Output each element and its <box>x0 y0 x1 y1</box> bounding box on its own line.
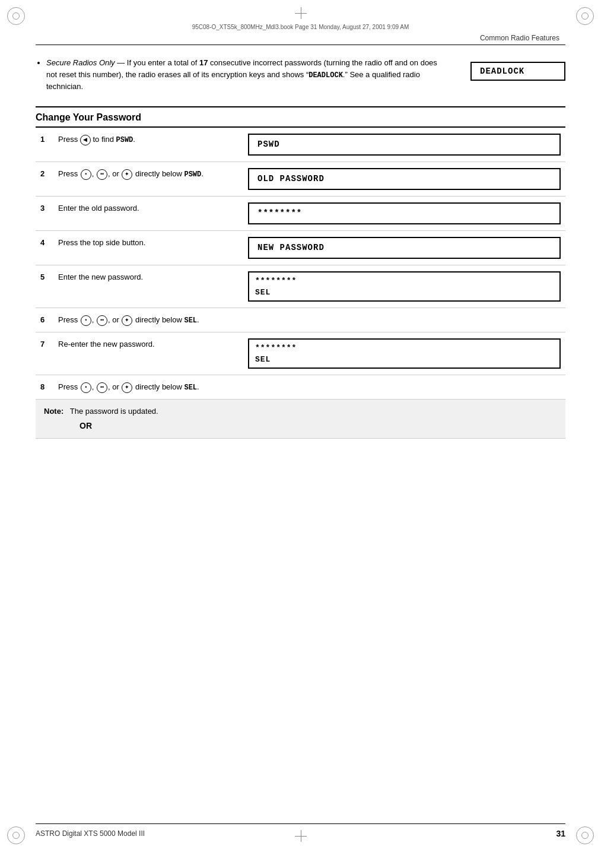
step-row-4: 4 Press the top side button. NEW PASSWOR… <box>36 231 565 265</box>
bullet-text-block: Secure Radios Only — If you enter a tota… <box>36 57 441 94</box>
step-row-7: 7 Re-enter the new password. ******** SE… <box>36 332 565 375</box>
bullet-bold-17: 17 <box>199 58 208 67</box>
note-cell: Note: The password is updated. OR <box>36 400 565 439</box>
corner-mark-br <box>576 826 594 844</box>
button-dot-8: • <box>81 382 91 393</box>
step-num-3: 3 <box>36 197 53 231</box>
step-desc-2: Press •, ••, or ✦ directly below PSWD. <box>53 162 243 197</box>
bullet-item: Secure Radios Only — If you enter a tota… <box>46 57 441 92</box>
step-display-6 <box>243 308 565 332</box>
step-desc-6: Press •, ••, or ✦ directly below SEL. <box>53 308 243 332</box>
button-dotdot-8: •• <box>97 382 107 393</box>
file-info: 95C08-O_XTS5k_800MHz_Mdl3.book Page 31 M… <box>36 24 565 30</box>
secure-radios-label: Secure Radios Only <box>46 58 115 67</box>
step-desc-7: Re-enter the new password. <box>53 332 243 375</box>
step-display-8 <box>243 375 565 400</box>
display-line1-7: ******** <box>255 342 554 354</box>
display-asterisks-sel-5: ******** SEL <box>248 271 561 302</box>
button-dotdot-2: •• <box>97 169 107 180</box>
steps-table: 1 Press ◀ to find PSWD. PSWD 2 Press •, … <box>36 128 565 439</box>
step-num-1: 1 <box>36 128 53 162</box>
button-person-2: ✦ <box>122 169 132 180</box>
display-line2-7: SEL <box>255 354 554 366</box>
step-display-2: OLD PASSWORD <box>243 162 565 197</box>
step-display-5: ******** SEL <box>243 265 565 308</box>
step-desc-8: Press •, ••, or ✦ directly below SEL. <box>53 375 243 400</box>
display-old-password: OLD PASSWORD <box>248 168 561 190</box>
display-asterisks-sel-7: ******** SEL <box>248 338 561 369</box>
section-title-text: Common Radio Features <box>480 34 559 42</box>
top-rule <box>36 45 565 45</box>
step-desc-4: Press the top side button. <box>53 231 243 265</box>
bullet-text-1: If you enter a total of <box>127 58 199 67</box>
section-title: Common Radio Features <box>36 34 565 42</box>
page: 95C08-O_XTS5k_800MHz_Mdl3.book Page 31 M… <box>0 0 601 868</box>
step-desc-5: Enter the new password. <box>53 265 243 308</box>
crosshair-top-center <box>295 7 307 19</box>
button-dotdot-6: •• <box>97 315 107 326</box>
pswd-label-1: PSWD <box>116 136 133 144</box>
step-desc-1: Press ◀ to find PSWD. <box>53 128 243 162</box>
footer-left: ASTRO Digital XTS 5000 Model III <box>36 829 145 838</box>
step-row-8: 8 Press •, ••, or ✦ directly below SEL. <box>36 375 565 400</box>
sel-label-8: SEL <box>184 384 197 392</box>
button-person-8: ✦ <box>122 382 132 393</box>
display-line2-5: SEL <box>255 287 554 299</box>
step-num-4: 4 <box>36 231 53 265</box>
step-display-1: PSWD <box>243 128 565 162</box>
step-num-7: 7 <box>36 332 53 375</box>
note-row: Note: The password is updated. OR <box>36 400 565 439</box>
step-num-6: 6 <box>36 308 53 332</box>
step-row-5: 5 Enter the new password. ******** SEL <box>36 265 565 308</box>
section-divider <box>36 106 565 107</box>
step-row-3: 3 Enter the old password. ******** <box>36 197 565 231</box>
deadlock-display: DEADLOCK <box>470 62 565 81</box>
step-display-7: ******** SEL <box>243 332 565 375</box>
step-num-8: 8 <box>36 375 53 400</box>
footer-page-number: 31 <box>556 829 565 838</box>
button-person-6: ✦ <box>122 315 132 326</box>
step-row-1: 1 Press ◀ to find PSWD. PSWD <box>36 128 565 162</box>
display-pswd: PSWD <box>248 134 561 156</box>
button-dot-6: • <box>81 315 91 326</box>
or-text: OR <box>44 420 557 432</box>
deadlock-inline: DEADLOCK <box>309 71 343 80</box>
display-new-password: NEW PASSWORD <box>248 237 561 259</box>
step-desc-3: Enter the old password. <box>53 197 243 231</box>
bullet-dash: — <box>115 58 127 67</box>
pswd-label-2: PSWD <box>184 170 201 179</box>
button-dot-2: • <box>81 169 91 180</box>
step-num-2: 2 <box>36 162 53 197</box>
corner-mark-tr <box>576 7 594 25</box>
note-label: Note: <box>44 407 63 416</box>
corner-mark-tl <box>7 7 25 25</box>
content: Secure Radios Only — If you enter a tota… <box>36 57 565 439</box>
step-num-5: 5 <box>36 265 53 308</box>
step-row-2: 2 Press •, ••, or ✦ directly below PSWD.… <box>36 162 565 197</box>
note-text: The password is updated. <box>66 407 158 416</box>
step-display-3: ******** <box>243 197 565 231</box>
nav-dial-icon: ◀ <box>80 135 91 145</box>
step-row-6: 6 Press •, ••, or ✦ directly below SEL. <box>36 308 565 332</box>
footer: ASTRO Digital XTS 5000 Model III 31 <box>36 823 565 838</box>
display-asterisks-3: ******** <box>248 202 561 224</box>
deadlock-display-container: DEADLOCK <box>459 57 565 81</box>
sel-label-6: SEL <box>184 316 197 325</box>
corner-mark-bl <box>7 826 25 844</box>
change-password-heading: Change Your Password <box>36 112 565 128</box>
step-display-4: NEW PASSWORD <box>243 231 565 265</box>
display-line1-5: ******** <box>255 275 554 287</box>
bullet-section: Secure Radios Only — If you enter a tota… <box>36 57 565 94</box>
